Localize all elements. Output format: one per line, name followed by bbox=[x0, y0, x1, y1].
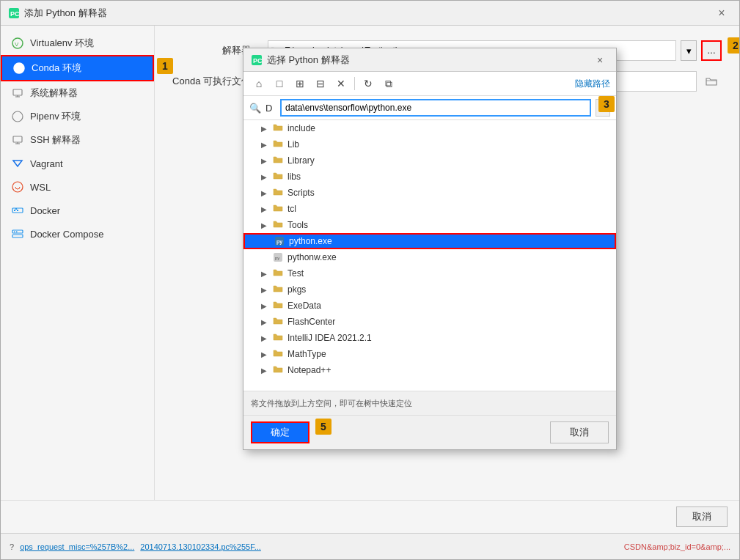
annotation-2: 2 bbox=[728, 37, 739, 54]
sidebar-label-vagrant: Vagrant bbox=[30, 158, 63, 169]
sidebar-label-pipenv: Pipenv 环境 bbox=[30, 110, 81, 123]
sidebar-item-system[interactable]: 系统解释器 bbox=[1, 81, 154, 105]
inner-ok-button[interactable]: 确定 bbox=[251, 421, 309, 443]
tree-label: Test bbox=[287, 268, 304, 279]
sidebar-item-virtualenv[interactable]: V Virtualenv 环境 bbox=[1, 32, 154, 55]
outer-dialog-title: 添加 Python 解释器 bbox=[24, 7, 711, 20]
arrow-icon: ▶ bbox=[261, 334, 273, 342]
arrow-icon: ▶ bbox=[261, 141, 273, 149]
folder-icon bbox=[273, 188, 285, 198]
tree-item-exedata[interactable]: ▶ ExeData bbox=[243, 298, 616, 314]
toolbar-copy-path-button[interactable]: ⧉ bbox=[379, 75, 398, 92]
tree-label-python-exe: python.exe bbox=[289, 236, 332, 246]
inner-dialog-actions: 确定 5 取消 bbox=[243, 415, 616, 449]
folder-icon bbox=[273, 365, 285, 375]
pycharm-icon: PC bbox=[8, 7, 20, 19]
sidebar-item-wsl[interactable]: WSL bbox=[1, 175, 154, 199]
tree-item-intellij[interactable]: ▶ IntelliJ IDEA 2021.2.1 bbox=[243, 330, 616, 346]
svg-text:PC: PC bbox=[10, 10, 19, 18]
folder-icon bbox=[273, 317, 285, 327]
inner-titlebar: PC 选择 Python 解释器 × bbox=[243, 48, 616, 72]
folder-icon bbox=[273, 204, 285, 214]
tree-label: Tools bbox=[287, 220, 308, 230]
sidebar-item-vagrant[interactable]: Vagrant bbox=[1, 152, 154, 175]
arrow-icon: ▶ bbox=[261, 350, 273, 358]
tree-item-test[interactable]: ▶ Test bbox=[243, 265, 616, 281]
tree-item-libs[interactable]: ▶ libs bbox=[243, 169, 616, 185]
sidebar-item-docker[interactable]: Docker bbox=[1, 199, 154, 222]
svg-text:py: py bbox=[275, 256, 279, 260]
tree-item-mathtype[interactable]: ▶ MathType bbox=[243, 346, 616, 362]
tree-item-tcl[interactable]: ▶ tcl bbox=[243, 201, 616, 217]
folder-icon bbox=[273, 301, 285, 311]
tree-label: FlashCenter bbox=[287, 317, 335, 327]
sidebar-item-pipenv[interactable]: Pipenv 环境 bbox=[1, 105, 154, 128]
conda-icon bbox=[12, 62, 26, 75]
inner-cancel-button[interactable]: 取消 bbox=[550, 421, 609, 443]
watermark-text: CSDN&amp;biz_id=0&amp;... bbox=[624, 542, 730, 551]
tree-item-tools[interactable]: ▶ Tools bbox=[243, 217, 616, 233]
tree-label: Lib bbox=[287, 139, 299, 150]
toolbar-delete-button[interactable]: ✕ bbox=[331, 75, 351, 92]
toolbar-home-button[interactable]: ⌂ bbox=[249, 75, 268, 92]
inner-search-icon: 🔍 bbox=[249, 103, 261, 114]
conda-folder-button[interactable] bbox=[701, 71, 722, 92]
svg-rect-20 bbox=[16, 232, 18, 233]
outer-dialog-body: V Virtualenv 环境 Conda 环境 1 bbox=[1, 26, 739, 500]
tree-label: Scripts bbox=[287, 188, 315, 198]
tree-item-lib[interactable]: ▶ Lib bbox=[243, 136, 616, 152]
annotation-1: 1 bbox=[157, 58, 173, 74]
tree-item-library[interactable]: ▶ Library bbox=[243, 152, 616, 169]
arrow-icon: ▶ bbox=[261, 302, 273, 310]
interpreter-browse-button[interactable]: … bbox=[701, 40, 722, 61]
inner-address-input[interactable] bbox=[280, 99, 591, 117]
outer-titlebar: PC 添加 Python 解释器 × bbox=[1, 1, 739, 26]
tree-label: include bbox=[287, 123, 315, 133]
sidebar-item-docker-compose[interactable]: Docker Compose bbox=[1, 222, 154, 246]
tree-item-include[interactable]: ▶ include bbox=[243, 120, 616, 136]
outer-bottom-bar: ? ops_request_misc=%257B%2... 20140713.1… bbox=[1, 533, 739, 559]
tree-item-pythonw-exe[interactable]: py pythonw.exe bbox=[243, 249, 616, 265]
inner-close-button[interactable]: × bbox=[591, 51, 609, 69]
tree-item-pkgs[interactable]: ▶ pkgs bbox=[243, 281, 616, 298]
inner-dialog-title: 选择 Python 解释器 bbox=[267, 54, 591, 67]
arrow-icon: ▶ bbox=[261, 270, 273, 278]
bottom-url2[interactable]: 20140713.130102334.pc%255F... bbox=[140, 542, 261, 551]
svg-rect-16 bbox=[15, 208, 17, 210]
toolbar-bookmark-button[interactable]: ⊟ bbox=[311, 75, 330, 92]
toolbar-new-folder-button[interactable]: ⊞ bbox=[290, 75, 309, 92]
tree-item-notepad[interactable]: ▶ Notepad++ bbox=[243, 362, 616, 378]
tree-item-scripts[interactable]: ▶ Scripts bbox=[243, 185, 616, 201]
folder-icon bbox=[273, 284, 285, 295]
folder-icon bbox=[273, 333, 285, 343]
tree-item-python-exe[interactable]: py python.exe 4 bbox=[243, 233, 616, 249]
sidebar-label-docker-compose: Docker Compose bbox=[30, 229, 103, 240]
tree-label-pythonw-exe: pythonw.exe bbox=[287, 252, 337, 262]
interpreter-dropdown-button[interactable]: ▾ bbox=[681, 40, 697, 61]
docker-compose-icon bbox=[11, 227, 24, 240]
outer-dialog: PC 添加 Python 解释器 × V Virtualenv 环境 bbox=[0, 0, 740, 560]
svg-rect-5 bbox=[13, 89, 22, 95]
sidebar-label-ssh: SSH 解释器 bbox=[30, 133, 81, 147]
arrow-icon: ▶ bbox=[261, 318, 273, 326]
sidebar-label-system: 系统解释器 bbox=[30, 86, 78, 100]
svg-point-8 bbox=[12, 111, 23, 122]
svg-rect-9 bbox=[13, 136, 22, 142]
outer-cancel-button[interactable]: 取消 bbox=[676, 506, 728, 527]
tree-item-flashcenter[interactable]: ▶ FlashCenter bbox=[243, 314, 616, 330]
svg-text:py: py bbox=[276, 239, 282, 245]
bottom-url1[interactable]: ops_request_misc=%257B%2... bbox=[20, 542, 134, 551]
file-tree[interactable]: ▶ include ▶ Lib bbox=[243, 120, 616, 391]
inner-toolbar: ⌂ □ ⊞ ⊟ ✕ ↻ ⧉ 隐藏路径 bbox=[243, 72, 616, 96]
sidebar: V Virtualenv 环境 Conda 环境 1 bbox=[1, 26, 155, 500]
sidebar-label-wsl: WSL bbox=[30, 182, 51, 193]
sidebar-item-conda[interactable]: Conda 环境 1 bbox=[1, 55, 154, 81]
sidebar-item-ssh[interactable]: SSH 解释器 bbox=[1, 128, 154, 152]
toolbar-desktop-button[interactable]: □ bbox=[270, 75, 289, 92]
arrow-icon: ▶ bbox=[261, 189, 273, 197]
tree-label: pkgs bbox=[287, 284, 306, 295]
outer-close-button[interactable]: × bbox=[711, 3, 732, 23]
inner-dialog-status: 将文件拖放到上方空间，即可在树中快速定位 bbox=[243, 391, 616, 415]
toolbar-refresh-button[interactable]: ↻ bbox=[359, 75, 378, 92]
hide-path-button[interactable]: 隐藏路径 bbox=[575, 78, 610, 90]
